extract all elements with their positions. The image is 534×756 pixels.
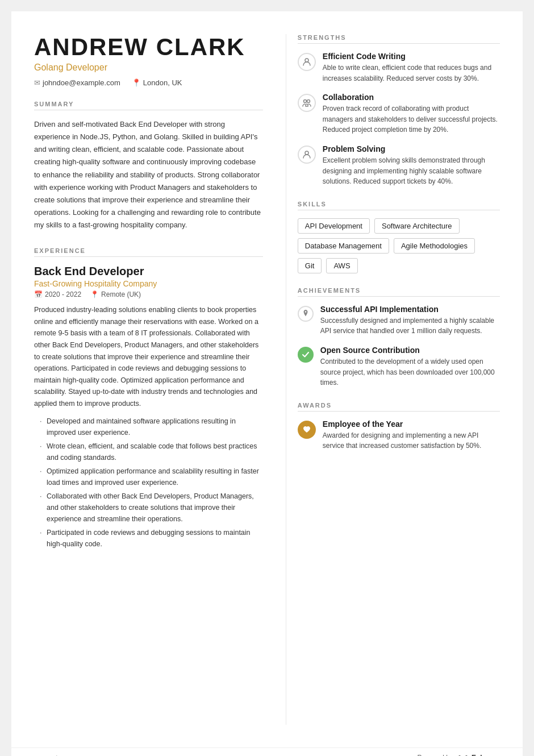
resume-body: ANDREW CLARK Golang Developer ✉ johndoe@… (11, 11, 523, 747)
strength-desc-3: Excellent problem solving skills demonst… (323, 155, 500, 187)
skill-tag: Database Management (298, 238, 389, 254)
location-contact: 📍 London, UK (132, 78, 182, 87)
name-section: ANDREW CLARK Golang Developer ✉ johndoe@… (34, 34, 263, 87)
right-column: STRENGTHS Efficient Code Writing Able to… (286, 34, 500, 725)
location-icon: 📍 (132, 78, 141, 87)
contact-row: ✉ johndoe@example.com 📍 London, UK (34, 78, 263, 87)
strength-content-1: Efficient Code Writing Able to write cle… (323, 52, 500, 84)
strength-content-3: Problem Solving Excellent problem solvin… (323, 144, 500, 187)
svg-point-0 (305, 59, 308, 62)
achievement-item-1: Successful API Implementation Successful… (298, 305, 500, 337)
bullet-item: Optimized application performance and sc… (40, 466, 263, 488)
svg-point-3 (305, 151, 308, 155)
strength-icon-problem (298, 146, 316, 164)
check-icon (302, 352, 309, 358)
strength-title-2: Collaboration (323, 93, 500, 102)
experience-header: EXPERIENCE (34, 247, 263, 257)
exp-location: 📍 Remote (UK) (90, 290, 141, 298)
strength-item-3: Problem Solving Excellent problem solvin… (298, 144, 500, 187)
email-contact: ✉ johndoe@example.com (34, 78, 120, 87)
strength-icon-efficient (298, 53, 316, 71)
job-title: Golang Developer (34, 63, 263, 73)
calendar-icon: 📅 (34, 290, 43, 298)
footer-powered: Powered by Enhancv (418, 754, 500, 756)
candidate-name: ANDREW CLARK (34, 34, 263, 60)
resume-page: ANDREW CLARK Golang Developer ✉ johndoe@… (11, 11, 523, 756)
achievement-desc-2: Contributed to the development of a wide… (320, 356, 500, 388)
award-item-1: Employee of the Year Awarded for designi… (298, 419, 500, 451)
exp-bullets: Developed and maintained software applic… (34, 416, 263, 550)
achievement-content-2: Open Source Contribution Contributed to … (320, 346, 500, 388)
bullet-item: Collaborated with other Back End Develop… (40, 491, 263, 525)
skill-tag: AWS (326, 258, 357, 273)
enhancv-logo: Enhancv (457, 754, 500, 756)
left-column: ANDREW CLARK Golang Developer ✉ johndoe@… (34, 34, 286, 725)
svg-point-1 (303, 100, 306, 103)
summary-text: Driven and self-motivated Back End Devel… (34, 118, 263, 231)
heart-icon (303, 426, 311, 433)
pin-icon: 📍 (90, 290, 99, 298)
exp-location-text: Remote (UK) (101, 290, 141, 298)
strength-title-3: Problem Solving (323, 144, 500, 153)
achievement-icon-pin (298, 306, 314, 322)
achievement-title-2: Open Source Contribution (320, 346, 500, 355)
brand-name: Enhancv (472, 754, 500, 756)
skills-header: SKILLS (298, 201, 500, 210)
svg-point-2 (307, 100, 310, 103)
location-text: London, UK (143, 78, 182, 87)
skill-tag: Software Architecture (374, 218, 460, 234)
strength-item-1: Efficient Code Writing Able to write cle… (298, 52, 500, 84)
award-icon-heart (298, 421, 316, 439)
puzzle-icon (302, 150, 311, 159)
email-icon: ✉ (34, 78, 40, 87)
bullet-item: Wrote clean, efficient, and scalable cod… (40, 441, 263, 463)
collab-icon (302, 98, 311, 107)
pin-icon (302, 310, 309, 318)
skills-container: API Development Software Architecture Da… (298, 218, 500, 273)
strength-title-1: Efficient Code Writing (323, 52, 500, 61)
person-icon (302, 57, 311, 67)
award-content-1: Employee of the Year Awarded for designi… (323, 419, 500, 451)
skill-tag: Agile Methodologies (394, 238, 475, 254)
achievement-item-2: Open Source Contribution Contributed to … (298, 346, 500, 388)
exp-date: 📅 2020 - 2022 (34, 290, 81, 298)
bullet-item: Developed and maintained software applic… (40, 416, 263, 438)
strengths-header: STRENGTHS (298, 34, 500, 44)
achievements-header: ACHIEVEMENTS (298, 287, 500, 297)
achievement-title-1: Successful API Implementation (320, 305, 500, 314)
exp-company: Fast-Growing Hospitality Company (34, 279, 263, 288)
awards-header: AWARDS (298, 402, 500, 412)
achievement-icon-check (298, 347, 314, 363)
exp-date-text: 2020 - 2022 (45, 290, 81, 298)
skill-tag: API Development (298, 218, 370, 234)
strength-desc-1: Able to write clean, efficient code that… (323, 63, 500, 84)
award-title-1: Employee of the Year (323, 419, 500, 429)
award-desc-1: Awarded for designing and implementing a… (323, 430, 500, 451)
strength-icon-collab (298, 94, 316, 112)
achievement-content-1: Successful API Implementation Successful… (320, 305, 500, 337)
summary-header: SUMMARY (34, 101, 263, 110)
bullet-item: Participated in code reviews and debuggi… (40, 527, 263, 550)
exp-description: Produced industry-leading solutions enab… (34, 304, 263, 410)
achievement-desc-1: Successfully designed and implemented a … (320, 315, 500, 337)
skill-tag: Git (298, 258, 322, 273)
strength-desc-2: Proven track record of collaborating wit… (323, 103, 500, 135)
strength-item-2: Collaboration Proven track record of col… (298, 93, 500, 135)
exp-job-title: Back End Developer (34, 265, 263, 278)
strength-content-2: Collaboration Proven track record of col… (323, 93, 500, 135)
powered-by-text: Powered by (418, 754, 453, 756)
email-text: johndoe@example.com (43, 78, 120, 87)
footer: www.enhancv.com Powered by Enhancv (11, 747, 523, 756)
exp-meta: 📅 2020 - 2022 📍 Remote (UK) (34, 290, 263, 298)
enhancv-logo-icon (457, 754, 469, 756)
